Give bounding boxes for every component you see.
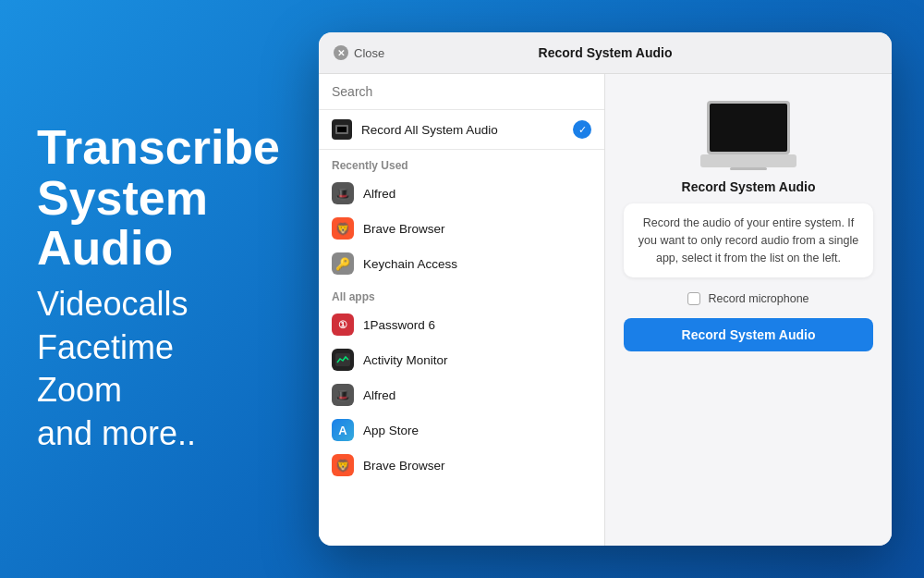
hero-title-bold: TranscribeSystemAudio <box>37 122 286 274</box>
svg-rect-7 <box>700 154 796 167</box>
record-all-icon <box>332 119 352 140</box>
mic-label: Record microphone <box>708 292 808 305</box>
record-all-row[interactable]: Record All System Audio ✓ <box>319 110 604 150</box>
app-row-brave-recent[interactable]: 🦁 Brave Browser <box>319 211 604 246</box>
alfred-name-recent: Alfred <box>363 187 395 201</box>
app-row-alfred-recent[interactable]: 🎩 Alfred <box>319 176 604 211</box>
app-list-scroll[interactable]: Recently Used 🎩 Alfred 🦁 Brave Browser 🔑… <box>319 150 604 546</box>
left-panel: TranscribeSystemAudio VideocallsFacetime… <box>0 85 314 493</box>
info-section-title: Record System Audio <box>682 179 816 194</box>
all-apps-header: All apps <box>319 281 604 307</box>
svg-rect-1 <box>337 127 346 132</box>
brave-name-recent: Brave Browser <box>363 222 445 236</box>
1password-name: 1Password 6 <box>363 318 435 332</box>
appstore-name: App Store <box>363 424 419 437</box>
app-row-1password[interactable]: ① 1Password 6 <box>319 307 604 342</box>
alfred-icon-all: 🎩 <box>332 384 354 406</box>
appstore-icon: A <box>332 419 354 441</box>
alfred-icon-recent: 🎩 <box>332 182 354 204</box>
app-row-brave-all[interactable]: 🦁 Brave Browser <box>319 448 604 483</box>
svg-rect-4 <box>710 104 787 152</box>
alfred-name-all: Alfred <box>363 388 395 402</box>
app-row-alfred-all[interactable]: 🎩 Alfred <box>319 377 604 412</box>
record-system-audio-button[interactable]: Record System Audio <box>624 318 873 351</box>
dialog-header: ✕ Close Record System Audio <box>319 32 892 74</box>
search-input[interactable] <box>332 84 591 99</box>
activity-monitor-icon <box>332 349 354 371</box>
close-button[interactable]: ✕ Close <box>334 45 384 60</box>
brave-name-all: Brave Browser <box>363 459 445 473</box>
close-label: Close <box>354 46 384 60</box>
activity-monitor-name: Activity Monitor <box>363 353 448 367</box>
mic-row: Record microphone <box>687 292 808 305</box>
app-row-appstore[interactable]: A App Store <box>319 412 604 448</box>
dialog-title: Record System Audio <box>539 45 673 60</box>
keychain-icon-recent: 🔑 <box>332 252 354 275</box>
app-row-activity-monitor[interactable]: Activity Monitor <box>319 342 604 377</box>
svg-rect-8 <box>730 167 767 170</box>
close-icon: ✕ <box>334 45 348 60</box>
checkmark-badge: ✓ <box>573 120 591 139</box>
recently-used-header: Recently Used <box>319 150 604 176</box>
keychain-name-recent: Keychain Access <box>363 257 457 271</box>
info-description: Record the audio of your entire system. … <box>624 203 873 277</box>
mic-checkbox[interactable] <box>687 292 700 305</box>
hero-title-light: VideocallsFacetimeZoomand more.. <box>37 283 286 456</box>
app-list-pane: Record All System Audio ✓ Recently Used … <box>319 74 605 546</box>
app-row-keychain-recent[interactable]: 🔑 Keychain Access <box>319 246 604 281</box>
search-bar <box>319 74 604 110</box>
info-pane: Record System Audio Record the audio of … <box>605 74 892 546</box>
dialog: ✕ Close Record System Audio Record All S… <box>319 32 892 546</box>
brave-icon-all: 🦁 <box>332 454 354 476</box>
dialog-body: Record All System Audio ✓ Recently Used … <box>319 74 892 546</box>
laptop-illustration <box>688 96 808 179</box>
record-all-label: Record All System Audio <box>361 123 564 137</box>
dialog-wrapper: ✕ Close Record System Audio Record All S… <box>314 14 924 564</box>
1password-icon: ① <box>332 314 354 336</box>
brave-icon-recent: 🦁 <box>332 217 354 240</box>
